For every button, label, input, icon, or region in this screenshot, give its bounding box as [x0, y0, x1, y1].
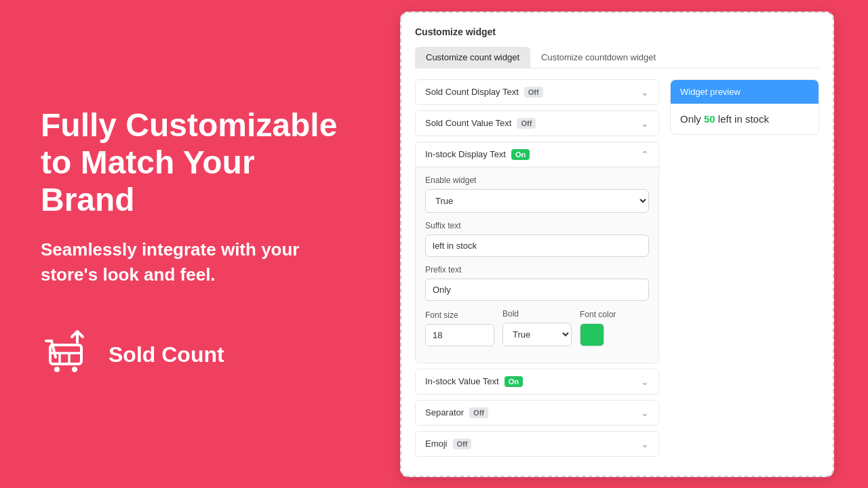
enable-widget-label: Enable widget [425, 176, 649, 185]
font-color-label: Font color [580, 310, 649, 319]
svg-point-4 [54, 367, 60, 372]
setting-row-header-instock-value[interactable]: In-stock Value Text On ⌄ [416, 369, 658, 394]
font-color-swatch[interactable] [580, 323, 604, 346]
preview-prefix: Only [680, 113, 704, 125]
headline: Fully Customizable to Match Your Brand [41, 106, 346, 219]
setting-row-emoji: Emoji Off ⌄ [415, 431, 659, 457]
svg-point-5 [72, 367, 77, 372]
prefix-group: Prefix text [425, 265, 649, 301]
tab-count-widget[interactable]: Customize count widget [415, 47, 530, 68]
preview-body: Only 50 left in stock [671, 104, 818, 134]
chevron-down-icon-3: ⌄ [641, 376, 649, 387]
prefix-label: Prefix text [425, 265, 649, 274]
preview-col: Widget preview Only 50 left in stock [670, 79, 819, 462]
bold-label: Bold [502, 309, 572, 319]
chevron-down-icon-5: ⌄ [641, 439, 649, 449]
bold-group: Bold True [502, 309, 572, 346]
font-size-group: Font size [425, 310, 494, 346]
subheadline: Seamlessly integrate with your store's l… [41, 237, 346, 287]
widget-card-title: Customize widget [415, 26, 819, 37]
chevron-up-icon-2: ⌃ [641, 149, 649, 160]
chevron-down-icon-4: ⌄ [641, 407, 649, 418]
suffix-label: Suffix text [425, 221, 649, 230]
separator-badge: Off [469, 407, 488, 418]
setting-row-instock-display: In-stock Display Text On ⌃ Enable widget… [415, 142, 659, 363]
sold-count-value-label: Sold Count Value Text [425, 118, 511, 128]
setting-row-header-sold-count-display[interactable]: Sold Count Display Text Off ⌄ [416, 80, 658, 104]
prefix-input[interactable] [425, 279, 649, 301]
setting-row-header-separator[interactable]: Separator Off ⌄ [416, 401, 658, 425]
sold-count-display-label: Sold Count Display Text [425, 87, 519, 97]
instock-display-badge: On [511, 149, 530, 160]
setting-row-separator: Separator Off ⌄ [415, 400, 659, 426]
preview-count: 50 [704, 113, 715, 125]
sold-count-value-badge: Off [517, 118, 536, 129]
setting-row-sold-count-value: Sold Count Value Text Off ⌄ [415, 110, 659, 136]
setting-row-header-instock-display[interactable]: In-stock Display Text On ⌃ [416, 142, 658, 167]
font-settings-row: Font size Bold True Font color [425, 309, 649, 354]
enable-widget-group: Enable widget True [425, 176, 649, 213]
setting-row-header-sold-count-value[interactable]: Sold Count Value Text Off ⌄ [416, 111, 658, 136]
setting-row-sold-count-display: Sold Count Display Text Off ⌄ [415, 79, 659, 105]
brand-row: Sold Count [41, 327, 346, 382]
tabs-row: Customize count widget Customize countdo… [415, 47, 819, 68]
instock-display-expanded: Enable widget True Suffix text Pr [416, 167, 658, 363]
instock-display-label: In-stock Display Text [425, 149, 506, 159]
emoji-label: Emoji [425, 439, 448, 449]
chevron-down-icon-1: ⌄ [641, 118, 649, 129]
right-panel: Customize widget Customize count widget … [387, 12, 868, 477]
font-size-label: Font size [425, 310, 494, 320]
instock-value-label: In-stock Value Text [425, 376, 499, 386]
font-size-input[interactable] [425, 324, 494, 346]
font-color-group: Font color [580, 310, 649, 346]
settings-col: Sold Count Display Text Off ⌄ Sold Count… [415, 79, 659, 462]
emoji-badge: Off [453, 439, 472, 449]
main-content: Sold Count Display Text Off ⌄ Sold Count… [415, 79, 819, 462]
brand-label: Sold Count [108, 342, 224, 367]
widget-card: Customize widget Customize count widget … [400, 12, 834, 477]
setting-row-header-emoji[interactable]: Emoji Off ⌄ [416, 432, 658, 456]
cart-icon [41, 327, 95, 382]
instock-value-badge: On [505, 376, 523, 387]
setting-row-instock-value: In-stock Value Text On ⌄ [415, 369, 659, 394]
bold-select[interactable]: True [502, 323, 572, 346]
suffix-input[interactable] [425, 235, 649, 257]
suffix-group: Suffix text [425, 221, 649, 257]
enable-widget-select[interactable]: True [425, 189, 649, 213]
chevron-down-icon-0: ⌄ [641, 87, 649, 98]
sold-count-display-badge: Off [524, 87, 543, 98]
preview-header: Widget preview [671, 80, 818, 104]
preview-widget: Widget preview Only 50 left in stock [670, 79, 819, 135]
left-panel: Fully Customizable to Match Your Brand S… [0, 79, 387, 409]
preview-suffix: left in stock [715, 113, 769, 125]
tab-countdown-widget[interactable]: Customize countdown widget [530, 47, 667, 68]
separator-label: Separator [425, 407, 464, 418]
preview-text: Only 50 left in stock [680, 113, 809, 125]
